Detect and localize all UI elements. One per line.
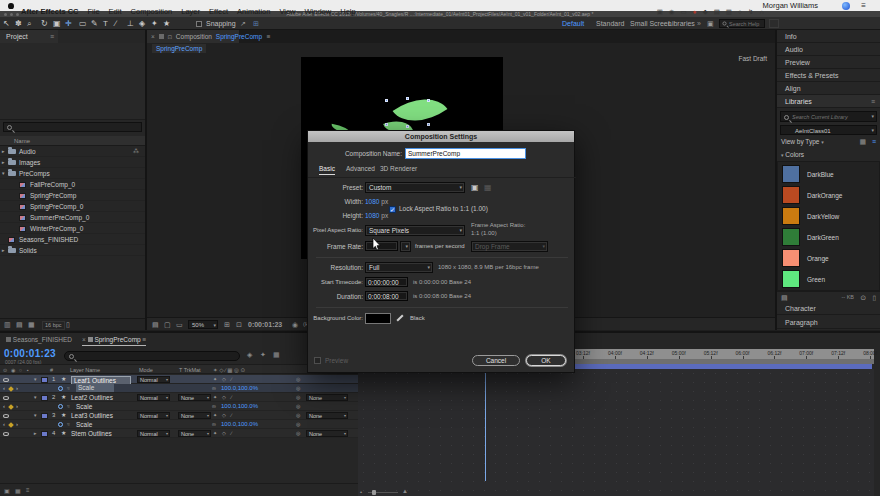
- selection-tool[interactable]: ↖: [3, 17, 10, 30]
- stopwatch-icon[interactable]: [58, 404, 63, 409]
- magnification-icon[interactable]: ▢: [164, 318, 171, 331]
- project-item-springprecomp_0[interactable]: SpringPreComp_0: [0, 201, 145, 212]
- layer-switch-icon[interactable]: ∕: [231, 375, 232, 384]
- display-icon[interactable]: ▭: [681, 8, 687, 15]
- brush-tool[interactable]: ∕: [115, 17, 116, 30]
- column-mode[interactable]: Mode: [139, 365, 153, 375]
- project-item-seasons_finished[interactable]: Seasons_FINISHED: [0, 234, 145, 245]
- mask-align-icon[interactable]: ↗: [240, 17, 246, 30]
- save-preset-icon[interactable]: ▣: [471, 182, 479, 193]
- layer-row-stem-outlines[interactable]: ►4★Stem OutlinesNormal▾None▾✦◇∕◎None▾: [0, 429, 358, 438]
- layer-row-leaf2-outlines[interactable]: ▼2★Leaf2 OutlinesNormal▾None▾✦◇∕◎None▾: [0, 393, 358, 402]
- workspace-default[interactable]: Default: [562, 17, 584, 30]
- search-help-box[interactable]: [719, 19, 765, 28]
- parent-select[interactable]: None▾: [306, 412, 348, 419]
- project-item-precomps[interactable]: ▼PreComps: [0, 168, 145, 179]
- menu-file[interactable]: File: [88, 7, 100, 16]
- parent-select[interactable]: None▾: [306, 394, 348, 401]
- view-by-type-select[interactable]: View by Type ▾: [781, 138, 824, 145]
- parent-pickwhip-icon[interactable]: ◎: [296, 375, 300, 384]
- comp-name-input[interactable]: [405, 148, 526, 159]
- property-row-scale[interactable]: ‹›≈Scale∞100.0,100.0%◎: [0, 384, 358, 393]
- column-layer-name[interactable]: Layer Name: [70, 365, 100, 375]
- swatch-darkblue[interactable]: [782, 165, 800, 183]
- puppet-pin-tool[interactable]: ★: [163, 17, 170, 30]
- constrain-link-icon[interactable]: ∞: [212, 384, 216, 393]
- layer-switch-icon[interactable]: ✦: [213, 411, 217, 420]
- zoom-out-mountain-icon[interactable]: ▴: [360, 489, 362, 494]
- project-item-fallprecomp_0[interactable]: FallPreComp_0: [0, 179, 145, 190]
- tree-collapsed-icon[interactable]: ►: [1, 245, 5, 256]
- library-search-box[interactable]: ▾: [780, 111, 877, 122]
- list-view-icon[interactable]: ≡: [872, 138, 876, 145]
- video-column-icon[interactable]: ⊙: [3, 365, 7, 375]
- workspace-panel-icon[interactable]: ▣: [707, 17, 714, 30]
- notification-center-icon[interactable]: ≡: [861, 0, 866, 11]
- height-value[interactable]: 1080: [365, 212, 379, 219]
- dialog-title[interactable]: Composition Settings: [308, 131, 574, 142]
- tab-advanced[interactable]: Advanced: [346, 165, 375, 174]
- viewer-timecode[interactable]: 0:00:01:23: [248, 318, 282, 331]
- preset-select[interactable]: Custom ▾: [365, 182, 465, 193]
- timeline-zoom-control[interactable]: ▴ ▲: [360, 488, 410, 496]
- panel-preview[interactable]: Preview: [777, 56, 880, 69]
- selection-handle[interactable]: [427, 99, 430, 102]
- video-eye-icon[interactable]: [3, 396, 9, 400]
- layer-color-chip[interactable]: [41, 431, 48, 437]
- video-eye-icon[interactable]: [3, 432, 9, 436]
- timeline-graph-background[interactable]: [358, 369, 874, 496]
- property-row-scale[interactable]: ‹›≈Scale∞100.0,100.0%◎: [0, 420, 358, 429]
- tab-basic[interactable]: Basic: [319, 165, 335, 175]
- audio-column-icon[interactable]: ◉: [11, 365, 15, 375]
- libraries-menu-icon[interactable]: ≡: [871, 95, 875, 108]
- colors-expand-icon[interactable]: ▾: [781, 152, 784, 158]
- property-name[interactable]: Scale: [76, 384, 114, 392]
- project-item-winterprecomp_0[interactable]: WinterPreComp_0: [0, 223, 145, 234]
- layer-color-chip[interactable]: [41, 413, 48, 419]
- layer-switch-icon[interactable]: ✦: [213, 375, 217, 384]
- property-value[interactable]: 100.0,100.0%: [221, 420, 258, 429]
- grid-overlay-icon[interactable]: ⊞: [253, 17, 259, 30]
- paragraph-panel-header[interactable]: Paragraph: [777, 316, 880, 329]
- panel-align[interactable]: Align: [777, 82, 880, 95]
- tree-collapsed-icon[interactable]: ►: [1, 146, 5, 157]
- solo-column-icon[interactable]: ○: [19, 365, 22, 375]
- tree-collapsed-icon[interactable]: ►: [1, 157, 5, 168]
- timeline-search-box[interactable]: [64, 351, 240, 361]
- selection-handle[interactable]: [427, 123, 430, 126]
- comp-breadcrumb[interactable]: SpringPreComp: [152, 44, 206, 53]
- layer-color-chip[interactable]: [41, 395, 48, 401]
- search-help-input[interactable]: [729, 20, 764, 27]
- workspace-small-screen[interactable]: Small Screen: [630, 17, 672, 30]
- menu-layer[interactable]: Layer: [181, 7, 200, 16]
- project-name-header[interactable]: Name: [0, 136, 145, 146]
- framerate-input[interactable]: [365, 241, 398, 251]
- layer-switch-icon[interactable]: ◇: [222, 375, 226, 384]
- workspace-overflow-icon[interactable]: »: [697, 17, 701, 30]
- selection-handle[interactable]: [385, 99, 388, 102]
- close-tab-icon[interactable]: ×: [151, 33, 155, 40]
- zoom-slider-knob[interactable]: [372, 490, 376, 495]
- selection-handle[interactable]: [385, 123, 388, 126]
- library-search-input[interactable]: [792, 112, 866, 121]
- twirl-open-icon[interactable]: ▼: [33, 411, 37, 420]
- snapping-checkbox[interactable]: [196, 21, 202, 27]
- trkmat-select[interactable]: None▾: [178, 430, 211, 437]
- library-search-chevron[interactable]: ▾: [871, 113, 874, 119]
- new-composition-icon[interactable]: ▦: [28, 319, 35, 331]
- inout-stretch-icon[interactable]: ≡: [26, 487, 30, 493]
- swatch-darkorange[interactable]: [782, 186, 800, 204]
- interpret-footage-icon[interactable]: ▥: [4, 319, 11, 331]
- new-folder-icon[interactable]: ▤: [16, 319, 23, 331]
- mode-select[interactable]: Normal▾: [137, 376, 170, 383]
- ok-button[interactable]: OK: [526, 355, 566, 366]
- toolbar-right-box[interactable]: [769, 19, 779, 28]
- project-item-summerprecomp_0[interactable]: SummerPreComp_0: [0, 212, 145, 223]
- lock-column-icon[interactable]: ▪: [27, 365, 29, 375]
- video-eye-icon[interactable]: [3, 414, 9, 418]
- layer-switch-icon[interactable]: ∕: [231, 411, 232, 420]
- project-item-audio[interactable]: ►Audio⁂: [0, 146, 145, 157]
- duration-input[interactable]: 0:00:08:00: [365, 291, 408, 301]
- layer-switch-icon[interactable]: ◇: [222, 393, 226, 402]
- project-search-box[interactable]: [3, 122, 142, 132]
